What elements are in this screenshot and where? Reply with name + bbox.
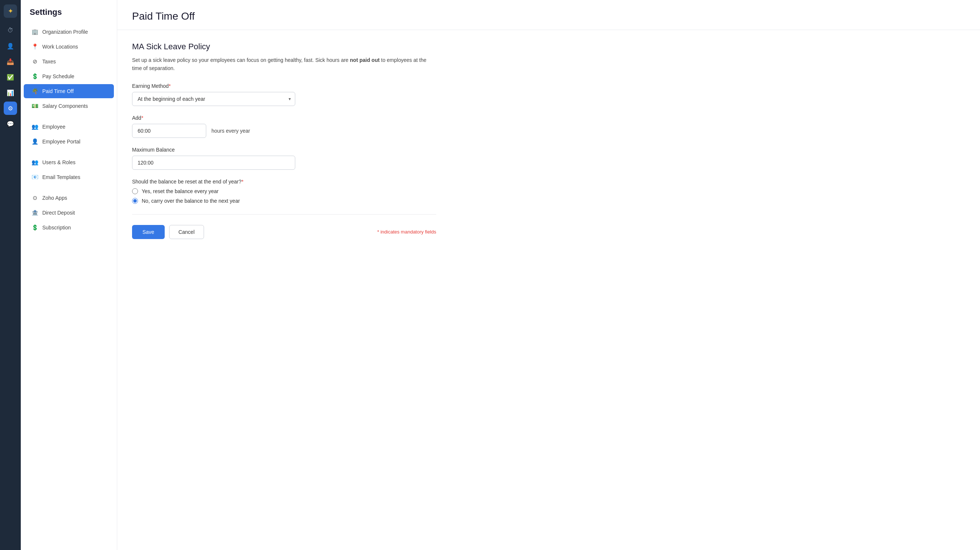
sidebar-icon-chat[interactable]: 💬 xyxy=(4,117,17,130)
sidebar-item-direct-deposit[interactable]: 🏦 Direct Deposit xyxy=(24,206,114,220)
subscription-icon: 💲 xyxy=(31,224,38,231)
sidebar-item-org-profile[interactable]: 🏢 Organization Profile xyxy=(24,25,114,39)
sidebar-item-label: Organization Profile xyxy=(42,29,88,35)
main-content: Paid Time Off MA Sick Leave Policy Set u… xyxy=(117,0,980,550)
sidebar-icon-inbox[interactable]: 📥 xyxy=(4,55,17,68)
nav-sidebar: Settings 🏢 Organization Profile 📍 Work L… xyxy=(21,0,117,550)
sidebar-item-label: Direct Deposit xyxy=(42,210,75,216)
zoho-apps-icon: ⊙ xyxy=(31,195,38,201)
button-group: Save Cancel xyxy=(132,225,204,239)
max-balance-label: Maximum Balance xyxy=(132,147,436,153)
users-roles-icon: 👥 xyxy=(31,159,38,166)
radio-no-item[interactable]: No, carry over the balance to the next y… xyxy=(132,198,436,204)
add-hours-group: Add* hours every year xyxy=(132,115,436,138)
paid-time-off-icon: 🌴 xyxy=(31,88,38,95)
sidebar-item-label: Employee xyxy=(42,124,65,130)
page-header: Paid Time Off xyxy=(117,0,980,30)
sidebar-item-label: Taxes xyxy=(42,59,56,65)
page-title: Paid Time Off xyxy=(132,10,965,22)
sidebar-icon-checklist[interactable]: ✅ xyxy=(4,70,17,84)
earning-method-group: Earning Method* At the beginning of each… xyxy=(132,83,436,106)
sidebar-item-zoho-apps[interactable]: ⊙ Zoho Apps xyxy=(24,191,114,205)
direct-deposit-icon: 🏦 xyxy=(31,209,38,216)
add-label: Add* xyxy=(132,115,436,121)
app-logo[interactable]: ✦ xyxy=(4,5,17,18)
icon-sidebar: ✦ ⏱ 👤 📥 ✅ 📊 ⚙ 💬 xyxy=(0,0,21,550)
org-profile-icon: 🏢 xyxy=(31,29,38,35)
work-locations-icon: 📍 xyxy=(31,43,38,50)
add-hours-row: hours every year xyxy=(132,124,436,138)
divider xyxy=(132,214,436,215)
sidebar-item-users-roles[interactable]: 👥 Users & Roles xyxy=(24,155,114,170)
section-description: Set up a sick leave policy so your emplo… xyxy=(132,56,436,73)
employee-portal-icon: 👤 xyxy=(31,138,38,145)
content-area: MA Sick Leave Policy Set up a sick leave… xyxy=(117,30,451,251)
required-asterisk: * xyxy=(169,83,171,89)
earning-method-select-wrapper: At the beginning of each year Accrual Ma… xyxy=(132,92,295,106)
radio-no-input[interactable] xyxy=(132,198,138,204)
hours-suffix: hours every year xyxy=(212,128,250,134)
sidebar-item-label: Pay Schedule xyxy=(42,73,74,79)
radio-yes-item[interactable]: Yes, reset the balance every year xyxy=(132,188,436,194)
required-asterisk: * xyxy=(242,179,243,185)
sidebar-item-salary-components[interactable]: 💵 Salary Components xyxy=(24,99,114,113)
sidebar-icon-clock[interactable]: ⏱ xyxy=(4,24,17,37)
sidebar-item-label: Paid Time Off xyxy=(42,88,74,94)
required-asterisk: * xyxy=(141,115,143,121)
sidebar-item-label: Work Locations xyxy=(42,44,78,50)
section-title: MA Sick Leave Policy xyxy=(132,42,436,52)
sidebar-item-email-templates[interactable]: 📧 Email Templates xyxy=(24,170,114,184)
cancel-button[interactable]: Cancel xyxy=(169,225,204,239)
sidebar-item-subscription[interactable]: 💲 Subscription xyxy=(24,220,114,235)
sidebar-item-label: Email Templates xyxy=(42,174,80,180)
sidebar-item-label: Salary Components xyxy=(42,103,88,109)
reset-question-label: Should the balance be reset at the end o… xyxy=(132,179,436,185)
earning-method-label: Earning Method* xyxy=(132,83,436,89)
sidebar-item-employee[interactable]: 👥 Employee xyxy=(24,120,114,134)
sidebar-item-label: Users & Roles xyxy=(42,159,75,165)
reset-radio-group: Yes, reset the balance every year No, ca… xyxy=(132,188,436,204)
add-hours-input[interactable] xyxy=(132,124,206,138)
taxes-icon: ⊘ xyxy=(31,58,38,65)
pay-schedule-icon: 💲 xyxy=(31,73,38,80)
sidebar-item-label: Employee Portal xyxy=(42,139,81,144)
sidebar-icon-person[interactable]: 👤 xyxy=(4,39,17,52)
earning-method-select[interactable]: At the beginning of each year Accrual Ma… xyxy=(132,92,295,106)
radio-yes-input[interactable] xyxy=(132,188,138,194)
sidebar-item-pay-schedule[interactable]: 💲 Pay Schedule xyxy=(24,69,114,83)
sidebar-item-work-locations[interactable]: 📍 Work Locations xyxy=(24,40,114,54)
sidebar-item-paid-time-off[interactable]: 🌴 Paid Time Off xyxy=(24,84,114,98)
max-balance-group: Maximum Balance xyxy=(132,147,436,170)
max-balance-input[interactable] xyxy=(132,156,295,170)
action-row: Save Cancel * indicates mandatory fields xyxy=(132,225,436,239)
employee-icon: 👥 xyxy=(31,124,38,130)
sidebar-item-label: Subscription xyxy=(42,225,71,230)
sidebar-icon-settings[interactable]: ⚙ xyxy=(4,101,17,115)
radio-yes-label: Yes, reset the balance every year xyxy=(142,188,218,194)
sidebar-item-taxes[interactable]: ⊘ Taxes xyxy=(24,54,114,68)
sidebar-item-employee-portal[interactable]: 👤 Employee Portal xyxy=(24,135,114,149)
sidebar-icon-chart[interactable]: 📊 xyxy=(4,86,17,99)
salary-components-icon: 💵 xyxy=(31,103,38,109)
email-templates-icon: 📧 xyxy=(31,174,38,181)
reset-balance-group: Should the balance be reset at the end o… xyxy=(132,179,436,204)
radio-no-label: No, carry over the balance to the next y… xyxy=(142,198,240,204)
settings-title: Settings xyxy=(21,8,117,24)
mandatory-note: * indicates mandatory fields xyxy=(377,229,436,235)
sidebar-item-label: Zoho Apps xyxy=(42,195,67,201)
save-button[interactable]: Save xyxy=(132,225,165,239)
